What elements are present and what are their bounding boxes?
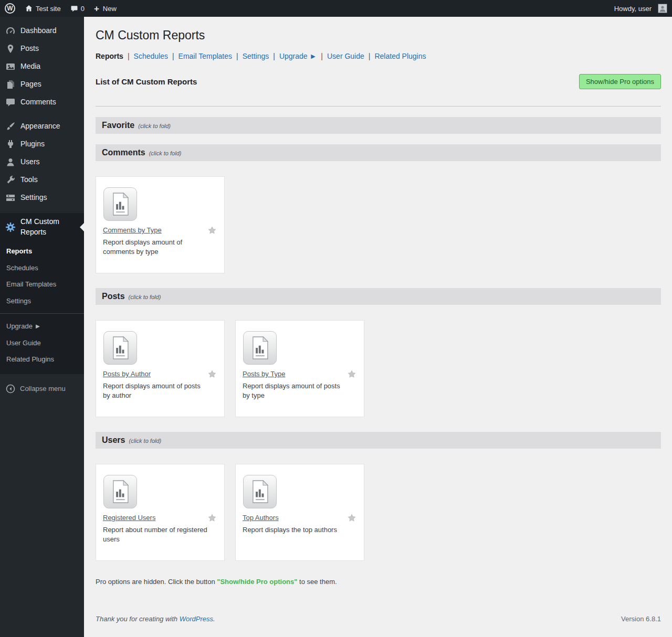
- tab-user-guide[interactable]: User Guide: [327, 52, 364, 60]
- sidebar-item-users[interactable]: Users: [0, 153, 84, 171]
- comment-bubble-icon: [70, 5, 78, 13]
- cm-custom-reports-submenu: Reports Schedules Email Templates Settin…: [0, 241, 84, 374]
- media-icon: [5, 61, 16, 72]
- sidebar-item-pages[interactable]: Pages: [0, 76, 84, 93]
- report-link[interactable]: Posts by Author: [103, 370, 151, 378]
- wp-logo-menu[interactable]: W: [0, 0, 20, 17]
- submenu-item-settings[interactable]: Settings: [0, 293, 84, 310]
- report-link[interactable]: Registered Users: [103, 514, 155, 522]
- sidebar-item-label: Comments: [20, 97, 56, 108]
- favorite-star-icon[interactable]: [208, 370, 216, 378]
- submenu-item-user-guide[interactable]: User Guide: [0, 335, 84, 352]
- section-bar-comments[interactable]: Comments (click to fold): [96, 144, 661, 161]
- tab-settings[interactable]: Settings: [243, 52, 269, 60]
- sliders-icon: [5, 193, 16, 203]
- section-fold-hint: (click to fold): [149, 150, 182, 156]
- avatar: [658, 4, 667, 13]
- wrench-icon: [5, 175, 16, 185]
- plug-icon: [5, 139, 16, 150]
- pro-options-hidden-note: Pro options are hidden. Click the button…: [96, 578, 661, 586]
- report-card-top-authors: Top Authors Report displays the top auth…: [235, 464, 364, 561]
- wordpress-logo-icon: W: [5, 3, 15, 14]
- wordpress-link[interactable]: WordPress: [180, 615, 213, 623]
- sidebar-item-media[interactable]: Media: [0, 58, 84, 76]
- admin-footer: Thank you for creating with WordPress. V…: [96, 615, 661, 632]
- collapse-arrow-icon: [5, 384, 16, 394]
- report-card-posts-by-author: Posts by Author Report displays amount o…: [96, 320, 225, 417]
- sidebar-item-cm-custom-reports[interactable]: CM Custom Reports: [0, 213, 84, 241]
- footer-thanks-prefix: Thank you for creating with: [96, 615, 180, 623]
- sidebar-item-label: CM Custom Reports: [20, 217, 79, 237]
- section-fold-hint: (click to fold): [129, 294, 161, 300]
- main-content: CM Custom Reports Reports | Schedules | …: [84, 0, 672, 637]
- sidebar-item-label: Settings: [20, 193, 47, 203]
- page-title: CM Custom Reports: [96, 17, 661, 44]
- report-document-icon: [103, 475, 137, 508]
- section-favorite: Favorite (click to fold): [96, 117, 661, 134]
- favorite-star-icon[interactable]: [348, 514, 356, 522]
- comments-menu[interactable]: 0: [66, 0, 89, 17]
- tab-upgrade[interactable]: Upgrade ►: [279, 52, 317, 60]
- report-link[interactable]: Comments by Type: [103, 226, 162, 234]
- sidebar-item-appearance[interactable]: Appearance: [0, 118, 84, 135]
- reports-subnav: Reports | Schedules | Email Templates | …: [96, 52, 661, 60]
- favorite-star-icon[interactable]: [208, 514, 216, 522]
- howdy-label: Howdy, user: [614, 5, 652, 13]
- sidebar-item-label: Posts: [20, 44, 39, 54]
- submenu-item-schedules[interactable]: Schedules: [0, 260, 84, 277]
- submenu-item-email-templates[interactable]: Email Templates: [0, 276, 84, 293]
- sidebar-item-posts[interactable]: Posts: [0, 40, 84, 58]
- sidebar-item-label: Users: [20, 157, 40, 167]
- section-bar-users[interactable]: Users (click to fold): [96, 432, 661, 449]
- user-icon: [5, 157, 16, 167]
- tab-separator: |: [273, 52, 275, 60]
- footer-thanks-suffix: .: [213, 615, 215, 623]
- admin-sidebar: Dashboard Posts Media Pages Comments App…: [0, 17, 84, 637]
- comments-count: 0: [81, 5, 85, 13]
- sidebar-item-label: Pages: [20, 79, 41, 90]
- sidebar-item-dashboard[interactable]: Dashboard: [0, 22, 84, 40]
- section-bar-posts[interactable]: Posts (click to fold): [96, 288, 661, 305]
- tab-email-templates[interactable]: Email Templates: [178, 52, 232, 60]
- tab-related-plugins[interactable]: Related Plugins: [374, 52, 426, 60]
- section-fold-hint: (click to fold): [138, 123, 171, 129]
- submenu-item-reports[interactable]: Reports: [0, 243, 84, 260]
- footer-version: Version 6.8.1: [621, 615, 661, 623]
- report-card-posts-by-type: Posts by Type Report displays amount of …: [235, 320, 364, 417]
- submenu-item-related-plugins[interactable]: Related Plugins: [0, 351, 84, 368]
- submenu-item-upgrade[interactable]: Upgrade ►: [0, 318, 84, 335]
- pin-icon: [5, 44, 16, 54]
- report-document-icon: [103, 187, 137, 221]
- favorite-star-icon[interactable]: [348, 370, 356, 378]
- sidebar-item-plugins[interactable]: Plugins: [0, 135, 84, 153]
- collapse-menu-button[interactable]: Collapse menu: [0, 378, 84, 399]
- list-subtitle: List of CM Custom Reports: [96, 77, 197, 86]
- brush-icon: [5, 121, 16, 132]
- comments-icon: [5, 97, 16, 108]
- report-description: Report displays amount of posts by type: [243, 381, 348, 400]
- new-label: New: [103, 5, 117, 13]
- collapse-menu-label: Collapse menu: [20, 385, 66, 392]
- tab-schedules[interactable]: Schedules: [134, 52, 168, 60]
- footer-thanks: Thank you for creating with WordPress.: [96, 615, 215, 623]
- show-hide-pro-button[interactable]: Show/hide Pro options: [579, 74, 661, 89]
- report-link[interactable]: Top Authors: [243, 514, 279, 522]
- tab-separator: |: [369, 52, 371, 60]
- favorite-star-icon[interactable]: [208, 226, 216, 235]
- sidebar-item-label: Appearance: [20, 121, 60, 132]
- tab-reports[interactable]: Reports: [96, 52, 123, 60]
- sidebar-item-comments[interactable]: Comments: [0, 93, 84, 111]
- section-bar-favorite[interactable]: Favorite (click to fold): [96, 117, 661, 134]
- sidebar-item-tools[interactable]: Tools: [0, 171, 84, 189]
- section-posts: Posts (click to fold) Posts by Author Re…: [96, 288, 661, 417]
- sidebar-item-settings[interactable]: Settings: [0, 189, 84, 207]
- report-description: Report displays amount of comments by ty…: [103, 238, 208, 257]
- report-link[interactable]: Posts by Type: [243, 370, 285, 378]
- site-name-menu[interactable]: Test site: [20, 0, 66, 17]
- new-content-menu[interactable]: + New: [89, 0, 121, 17]
- report-description: Report displays amount of posts by autho…: [103, 381, 208, 400]
- admin-bar: W Test site 0 + New Howdy, user: [0, 0, 672, 17]
- my-account-menu[interactable]: Howdy, user: [610, 0, 672, 17]
- sidebar-item-label: Tools: [20, 175, 38, 185]
- tab-separator: |: [321, 52, 323, 60]
